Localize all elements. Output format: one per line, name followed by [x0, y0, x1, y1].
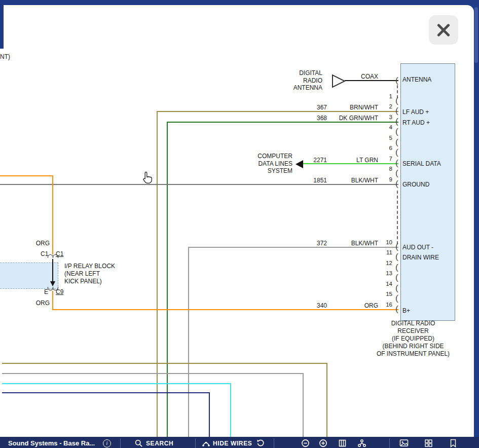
wire-coax[interactable]	[345, 80, 398, 81]
pin-label-b-plus: B+	[402, 307, 410, 314]
wire-368-dk-grn-wht-vertical[interactable]	[167, 122, 168, 437]
wire-tan-lower-vertical[interactable]	[326, 363, 327, 437]
wire-org-lower-vertical[interactable]	[52, 291, 53, 310]
computer-data-lines-label: COMPUTER DATA LINES SYSTEM	[248, 153, 292, 175]
wire-1851-number: 1851	[304, 177, 327, 184]
pin-socket-icon: (	[395, 168, 398, 178]
pin-number: 15	[382, 291, 392, 297]
scrollbar-thumb[interactable]	[474, 7, 478, 63]
wire-340-org[interactable]	[52, 309, 398, 310]
pin-socket-icon: (	[395, 76, 398, 86]
layers-icon[interactable]	[424, 439, 433, 447]
zoom-out-icon[interactable]	[301, 439, 310, 447]
image-icon[interactable]	[399, 439, 409, 447]
org-label-bottom: ORG	[29, 300, 50, 307]
wire-372-blk-wht-vertical[interactable]	[188, 247, 189, 437]
receiver-caption: DIGITAL RADIO RECEIVER (IF EQUIPPED) (BE…	[373, 320, 454, 358]
ip-relay-block-label: I/P RELAY BLOCK (NEAR LEFT KICK PANEL)	[64, 263, 115, 285]
bookmark-icon[interactable]	[450, 439, 457, 447]
wire-340-code: ORG	[345, 302, 378, 309]
toolbar-divider	[195, 438, 196, 448]
pin-number: 7	[382, 156, 392, 162]
pin-socket-icon: (	[395, 263, 398, 273]
pin-number: 8	[382, 166, 392, 172]
wire-tan-lower[interactable]	[2, 363, 327, 364]
wire-gray-lower[interactable]	[2, 373, 304, 374]
c9-connector-link[interactable]: C9	[56, 288, 63, 295]
wire-1851-blk-wht[interactable]	[0, 184, 398, 185]
wire-gray-lower-vertical[interactable]	[303, 373, 304, 437]
window-edge	[0, 5, 4, 49]
wire-367-brn-wht-vertical[interactable]	[157, 111, 158, 437]
hide-wires-button[interactable]: HIDE WIRES	[213, 440, 252, 447]
pin-number: 14	[382, 281, 392, 287]
search-icon[interactable]	[135, 439, 143, 447]
pin-number: 3	[382, 114, 392, 120]
wire-org-upper-vertical[interactable]	[52, 175, 53, 254]
close-button[interactable]	[429, 15, 458, 45]
relay-internal-wire	[52, 259, 53, 282]
wire-368-code: DK GRN/WHT	[335, 115, 378, 122]
clipped-label: NT)	[0, 53, 10, 60]
viewer-window: NT) ( ( ( ( ( ( ( ( ( ( ( ( ( ( ( ( ( 1 …	[0, 0, 479, 448]
wire-2271-number: 2271	[304, 157, 327, 164]
pin-number: 4	[382, 124, 392, 130]
wire-340-number: 340	[304, 302, 327, 309]
ip-relay-block	[0, 263, 58, 289]
toolbar-divider	[120, 438, 121, 448]
search-button[interactable]: SEARCH	[146, 440, 173, 447]
wire-372-number: 372	[304, 240, 327, 247]
pin-socket-icon: (	[395, 273, 398, 283]
pin-label-ground: GROUND	[402, 181, 429, 188]
digital-radio-antenna-label: DIGITAL RADIO ANTENNA	[284, 69, 322, 92]
pin-socket-icon: (	[395, 117, 398, 127]
pin-number: 16	[382, 302, 392, 308]
antenna-symbol-icon	[331, 74, 346, 88]
pin-label-serial-data: SERIAL DATA	[402, 160, 441, 167]
pin-label-drain-wire: DRAIN WIRE	[402, 254, 439, 261]
relay-arrow-icon	[50, 281, 55, 286]
diagram-title: Sound Systems - Base Ra...	[8, 439, 95, 447]
pin-socket-icon: (	[395, 179, 398, 189]
wire-cyan-lower[interactable]	[2, 383, 231, 384]
toolbar-divider	[274, 438, 274, 448]
pin-number: 1	[382, 93, 392, 99]
pin-socket-icon: (	[395, 137, 398, 147]
wire-org-left[interactable]	[0, 175, 53, 176]
pin-socket-icon: (	[395, 304, 398, 314]
pin-label-lf-aud: LF AUD +	[402, 108, 429, 116]
info-icon[interactable]	[103, 439, 111, 447]
pin-number: 6	[382, 145, 392, 151]
pin-socket-icon: (	[395, 106, 398, 116]
hide-wires-icon[interactable]	[202, 439, 210, 447]
pin-label-rt-aud: RT AUD +	[402, 119, 430, 126]
pin-socket-icon: (	[395, 293, 398, 304]
pin-socket-icon: (	[395, 147, 398, 158]
zoom-in-icon[interactable]	[319, 439, 327, 447]
pin-socket-icon: (	[395, 252, 398, 262]
wire-367-brn-wht[interactable]	[157, 111, 398, 112]
connector-continuation-dash	[397, 191, 398, 244]
wire-2271-code: LT GRN	[345, 157, 378, 164]
digital-radio-receiver-block	[400, 63, 455, 321]
pin-number: 11	[382, 249, 392, 255]
fit-screen-icon[interactable]	[338, 439, 347, 447]
pin-number: 2	[382, 103, 392, 109]
export-icon[interactable]	[357, 439, 366, 447]
pin-number: 5	[382, 135, 392, 141]
wire-cyan-lower-vertical[interactable]	[230, 383, 231, 437]
wire-368-dk-grn-wht[interactable]	[167, 122, 398, 123]
pin-socket-icon: (	[395, 158, 398, 168]
c1-connector-link[interactable]: C1	[56, 250, 63, 257]
wire-navy-lower[interactable]	[2, 392, 210, 393]
wire-372-blk-wht[interactable]	[188, 247, 398, 248]
wire-navy-lower-vertical[interactable]	[209, 392, 210, 437]
wire-367-code: BRN/WHT	[345, 104, 378, 111]
toolbar-divider	[389, 438, 390, 448]
wire-1851-code: BLK/WHT	[345, 177, 378, 184]
bottom-toolbar: Sound Systems - Base Ra... SEARCH HIDE W…	[0, 437, 479, 448]
pin-socket-icon: (	[395, 127, 398, 137]
undo-icon[interactable]	[256, 439, 265, 447]
pin-number: 12	[382, 260, 392, 266]
pin-socket-icon: (	[395, 283, 398, 293]
